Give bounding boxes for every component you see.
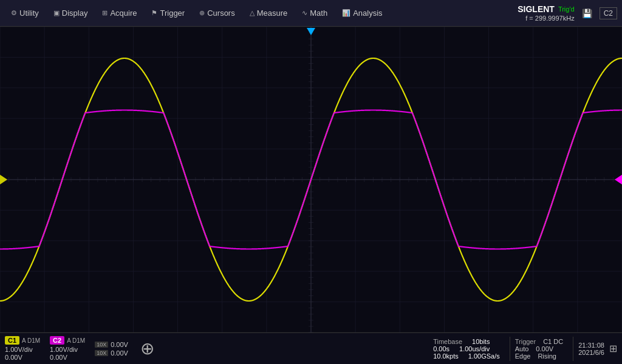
ch2-vdiv: 1.00V/div xyxy=(50,346,78,353)
separator-2 xyxy=(573,337,573,361)
utility-icon: ⚙ xyxy=(11,9,17,17)
menu-measure[interactable]: △ Measure xyxy=(244,6,294,20)
trigger-icon: ⚑ xyxy=(151,9,157,17)
menu-analysis[interactable]: 📊 Analysis xyxy=(336,6,388,20)
grid-settings-icon[interactable]: ⊞ xyxy=(609,343,617,354)
analysis-icon: 📊 xyxy=(342,9,350,17)
probe-info: 10X 0.00V 10X 0.00V xyxy=(95,341,128,357)
waveform-display xyxy=(0,27,622,332)
menu-display[interactable]: ▣ Display xyxy=(47,6,94,20)
ch1-probe: 10X xyxy=(95,342,108,348)
trigger-voltage: 0.00V xyxy=(536,345,553,352)
ch1-vdiv: 1.00V/div xyxy=(5,346,33,353)
menu-bar: ⚙ Utility ▣ Display ⊞ Acquire ⚑ Trigger … xyxy=(0,0,622,27)
separator-1 xyxy=(510,337,510,361)
ch1-info: C1 A D1M 1.00V/div 0.00V xyxy=(5,336,40,361)
ch2-offset: 0.00V xyxy=(50,354,78,361)
display-icon: ▣ xyxy=(53,9,60,17)
trigger-label: Trigger xyxy=(515,338,536,345)
time-display: 21:31:08 xyxy=(578,342,604,349)
timebase-bits: 10bits xyxy=(472,338,490,345)
timebase-time: 0.00s xyxy=(433,345,449,352)
ch1-mode: A D1M xyxy=(22,337,40,344)
timebase-gsa: 1.00GSa/s xyxy=(468,352,500,360)
menu-math[interactable]: ∿ Math xyxy=(296,6,333,20)
timebase-section: Timebase 10bits 0.00s 1.00us/div 10.0kpt… xyxy=(433,338,500,360)
ch1-probe-offset: 0.00V xyxy=(111,341,128,348)
timebase-label: Timebase xyxy=(433,338,462,345)
timebase-kpts: 10.0kpts xyxy=(433,352,459,360)
scope-display xyxy=(0,27,622,332)
menu-utility[interactable]: ⚙ Utility xyxy=(5,6,45,20)
trigger-type: Edge xyxy=(515,352,531,360)
sd-card-icon: 💾 xyxy=(582,8,592,18)
measure-icon: △ xyxy=(250,9,255,17)
ch2-mode: A D1M xyxy=(67,337,85,344)
siglent-info: SIGLENT Trig'd f = 299.9997kHz xyxy=(518,4,574,22)
acquire-icon: ⊞ xyxy=(102,9,108,17)
trigger-status: Trig'd xyxy=(558,5,575,13)
menu-acquire[interactable]: ⊞ Acquire xyxy=(96,6,143,20)
ch2-probe: 10X xyxy=(95,350,108,356)
date-display: 2021/6/6 xyxy=(578,349,604,356)
trigger-mode: Auto xyxy=(515,345,529,352)
datetime-section: 21:31:08 2021/6/6 xyxy=(578,342,604,356)
trigger-slope: Rising xyxy=(538,352,556,360)
ch1-offset: 0.00V xyxy=(5,354,33,361)
frequency-display: f = 299.9997kHz xyxy=(525,15,574,22)
menu-cursors[interactable]: ⊕ Cursors xyxy=(193,6,241,20)
crosshair-icon: ⊕ xyxy=(140,340,154,357)
math-icon: ∿ xyxy=(302,9,307,17)
menu-trigger[interactable]: ⚑ Trigger xyxy=(145,6,191,20)
ch1-badge[interactable]: C1 xyxy=(5,336,19,345)
cursors-icon: ⊕ xyxy=(199,9,205,17)
timebase-usdiv: 1.00us/div xyxy=(459,345,490,352)
ch2-badge[interactable]: C2 xyxy=(50,336,64,345)
trigger-channel: C1 DC xyxy=(543,338,563,345)
ch2-probe-offset: 0.00V xyxy=(111,349,128,357)
status-bar: C1 A D1M 1.00V/div 0.00V C2 A D1M 1.00V/… xyxy=(0,332,622,364)
brand-name: SIGLENT xyxy=(518,4,555,14)
ch2-waveform xyxy=(0,110,622,249)
channel-indicator: C2 xyxy=(600,7,617,19)
ch2-info: C2 A D1M 1.00V/div 0.00V xyxy=(50,336,85,361)
trigger-section: Trigger C1 DC Auto 0.00V Edge Rising xyxy=(515,338,563,360)
